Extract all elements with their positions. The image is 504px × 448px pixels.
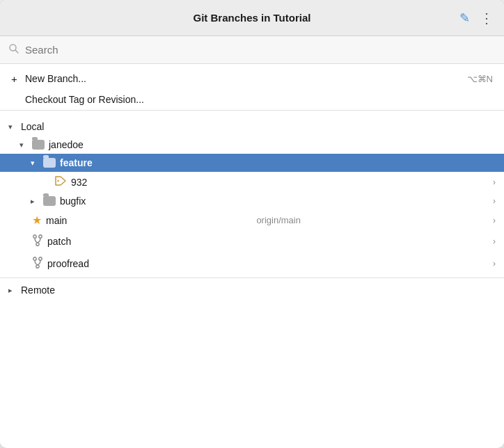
main-tracking: origin/main	[256, 215, 301, 225]
window: Git Branches in Tutorial ✎ ⋮ + New Branc…	[0, 0, 504, 448]
svg-point-8	[36, 265, 39, 268]
edit-icon[interactable]: ✎	[459, 10, 470, 26]
merge-icon-patch	[32, 234, 43, 249]
feature-chevron: ▾	[31, 159, 40, 168]
search-bar	[0, 36, 504, 64]
local-label: Local	[21, 121, 44, 132]
tree-section: ▾ Local ▾ janedoe ▾ feature ▸	[0, 111, 504, 306]
title-bar-actions: ✎ ⋮	[459, 10, 494, 26]
title-bar: Git Branches in Tutorial ✎ ⋮	[0, 0, 504, 36]
bugfix-folder-icon	[43, 196, 56, 206]
remote-label: Remote	[21, 285, 55, 296]
tag-932-chevron-right: ›	[493, 177, 496, 187]
svg-point-7	[39, 257, 42, 260]
new-branch-label: New Branch...	[25, 73, 86, 84]
svg-point-6	[33, 257, 36, 260]
new-branch-shortcut: ⌥⌘N	[467, 74, 493, 84]
janedoe-folder-icon	[32, 140, 45, 150]
bugfix-chevron: ▸	[31, 197, 40, 206]
janedoe-label: janedoe	[49, 139, 84, 150]
search-input[interactable]	[25, 44, 496, 56]
patch-chevron-right: ›	[493, 237, 496, 246]
main-row[interactable]: ▸ ★ main origin/main ›	[0, 210, 504, 230]
bugfix-chevron-right: ›	[493, 196, 496, 206]
main-chevron-right: ›	[493, 216, 496, 225]
merge-icon-proofread	[32, 256, 43, 271]
more-icon[interactable]: ⋮	[480, 10, 494, 26]
local-chevron-down: ▾	[8, 122, 18, 131]
janedoe-chevron: ▾	[19, 141, 29, 150]
checkout-tag-label: Checkout Tag or Revision...	[25, 94, 144, 105]
window-title: Git Branches in Tutorial	[194, 12, 311, 24]
checkout-tag-item[interactable]: Checkout Tag or Revision...	[0, 89, 504, 110]
local-section-header[interactable]: ▾ Local	[0, 118, 504, 136]
divider	[0, 278, 504, 278]
svg-point-4	[39, 235, 42, 238]
star-icon: ★	[32, 214, 42, 227]
feature-label: feature	[60, 157, 93, 168]
proofread-chevron-right: ›	[493, 259, 496, 269]
tag-932-row[interactable]: ▸ 932 ›	[0, 172, 504, 192]
plus-icon: +	[11, 73, 17, 85]
action-section: + New Branch... ⌥⌘N Checkout Tag or Revi…	[0, 64, 504, 111]
proofread-row[interactable]: ▸ proofread ›	[0, 253, 504, 275]
remote-section-header[interactable]: ▸ Remote	[0, 281, 504, 299]
content: + New Branch... ⌥⌘N Checkout Tag or Revi…	[0, 64, 504, 448]
proofread-label: proofread	[47, 258, 89, 269]
svg-point-2	[57, 180, 58, 182]
tag-icon	[54, 175, 67, 189]
patch-row[interactable]: ▸ patch ›	[0, 230, 504, 253]
svg-line-1	[15, 49, 18, 52]
patch-label: patch	[47, 236, 71, 247]
search-icon	[8, 43, 19, 57]
svg-point-5	[36, 243, 39, 246]
bugfix-row[interactable]: ▸ bugfix ›	[0, 192, 504, 210]
remote-chevron-right: ▸	[8, 286, 18, 295]
bugfix-label: bugfix	[60, 195, 86, 207]
feature-row[interactable]: ▾ feature	[0, 154, 504, 172]
feature-folder-icon	[43, 158, 56, 168]
svg-point-3	[33, 235, 36, 238]
janedoe-row[interactable]: ▾ janedoe	[0, 136, 504, 154]
new-branch-item[interactable]: + New Branch... ⌥⌘N	[0, 68, 504, 89]
main-label: main	[46, 215, 67, 226]
tag-932-label: 932	[71, 177, 87, 188]
